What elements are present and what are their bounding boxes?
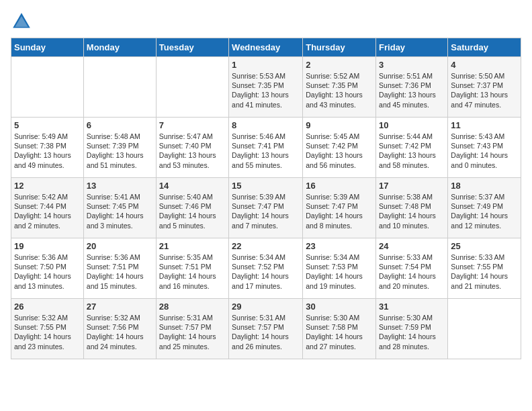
day-info: Sunrise: 5:39 AM Sunset: 7:47 PM Dayligh…: [232, 192, 300, 230]
calendar-cell: 26Sunrise: 5:32 AM Sunset: 7:55 PM Dayli…: [11, 299, 84, 359]
day-number: 20: [87, 241, 153, 251]
day-info: Sunrise: 5:32 AM Sunset: 7:55 PM Dayligh…: [14, 313, 81, 351]
calendar-cell: [83, 57, 156, 118]
day-info: Sunrise: 5:52 AM Sunset: 7:35 PM Dayligh…: [306, 71, 373, 109]
day-info: Sunrise: 5:39 AM Sunset: 7:47 PM Dayligh…: [306, 192, 373, 230]
weekday-header-sunday: Sunday: [11, 38, 84, 57]
day-number: 12: [14, 181, 81, 191]
weekday-header-friday: Friday: [376, 38, 448, 57]
day-info: Sunrise: 5:51 AM Sunset: 7:36 PM Dayligh…: [379, 71, 445, 109]
calendar-cell: 17Sunrise: 5:38 AM Sunset: 7:48 PM Dayli…: [376, 178, 448, 238]
day-info: Sunrise: 5:31 AM Sunset: 7:57 PM Dayligh…: [159, 313, 226, 351]
day-number: 16: [306, 181, 373, 191]
calendar-cell: 13Sunrise: 5:41 AM Sunset: 7:45 PM Dayli…: [83, 178, 156, 238]
calendar-cell: 2Sunrise: 5:52 AM Sunset: 7:35 PM Daylig…: [303, 57, 376, 118]
day-number: 23: [306, 241, 373, 251]
day-number: 7: [159, 120, 226, 130]
day-number: 25: [451, 241, 518, 251]
day-info: Sunrise: 5:32 AM Sunset: 7:56 PM Dayligh…: [87, 313, 153, 351]
calendar-cell: 23Sunrise: 5:34 AM Sunset: 7:53 PM Dayli…: [303, 238, 376, 299]
calendar-week-row: 5Sunrise: 5:49 AM Sunset: 7:38 PM Daylig…: [11, 118, 521, 178]
day-info: Sunrise: 5:40 AM Sunset: 7:46 PM Dayligh…: [159, 192, 226, 230]
calendar-cell: 18Sunrise: 5:37 AM Sunset: 7:49 PM Dayli…: [448, 178, 521, 238]
calendar-cell: 8Sunrise: 5:46 AM Sunset: 7:41 PM Daylig…: [229, 118, 303, 178]
day-number: 29: [232, 302, 300, 312]
day-number: 13: [87, 181, 153, 191]
logo-icon: [11, 11, 32, 32]
day-number: 1: [232, 60, 300, 70]
day-number: 15: [232, 181, 300, 191]
day-info: Sunrise: 5:30 AM Sunset: 7:58 PM Dayligh…: [306, 313, 373, 351]
day-info: Sunrise: 5:46 AM Sunset: 7:41 PM Dayligh…: [232, 132, 300, 170]
day-number: 27: [87, 302, 153, 312]
calendar-cell: 1Sunrise: 5:53 AM Sunset: 7:35 PM Daylig…: [229, 57, 303, 118]
day-info: Sunrise: 5:33 AM Sunset: 7:54 PM Dayligh…: [379, 253, 445, 291]
calendar-cell: 3Sunrise: 5:51 AM Sunset: 7:36 PM Daylig…: [376, 57, 448, 118]
day-info: Sunrise: 5:42 AM Sunset: 7:44 PM Dayligh…: [14, 192, 81, 230]
day-info: Sunrise: 5:44 AM Sunset: 7:42 PM Dayligh…: [379, 132, 445, 170]
calendar-cell: 28Sunrise: 5:31 AM Sunset: 7:57 PM Dayli…: [156, 299, 228, 359]
calendar-cell: [448, 299, 521, 359]
day-info: Sunrise: 5:49 AM Sunset: 7:38 PM Dayligh…: [14, 132, 81, 170]
day-number: 18: [451, 181, 518, 191]
calendar-cell: 27Sunrise: 5:32 AM Sunset: 7:56 PM Dayli…: [83, 299, 156, 359]
calendar-cell: 11Sunrise: 5:43 AM Sunset: 7:43 PM Dayli…: [448, 118, 521, 178]
day-number: 9: [306, 120, 373, 130]
day-number: 26: [14, 302, 81, 312]
calendar-cell: 14Sunrise: 5:40 AM Sunset: 7:46 PM Dayli…: [156, 178, 228, 238]
calendar-cell: 25Sunrise: 5:33 AM Sunset: 7:55 PM Dayli…: [448, 238, 521, 299]
day-info: Sunrise: 5:30 AM Sunset: 7:59 PM Dayligh…: [379, 313, 445, 351]
day-number: 30: [306, 302, 373, 312]
day-info: Sunrise: 5:43 AM Sunset: 7:43 PM Dayligh…: [451, 132, 518, 170]
day-number: 6: [87, 120, 153, 130]
calendar-cell: 19Sunrise: 5:36 AM Sunset: 7:50 PM Dayli…: [11, 238, 84, 299]
calendar-week-row: 1Sunrise: 5:53 AM Sunset: 7:35 PM Daylig…: [11, 57, 521, 118]
calendar-cell: 31Sunrise: 5:30 AM Sunset: 7:59 PM Dayli…: [376, 299, 448, 359]
calendar-cell: 6Sunrise: 5:48 AM Sunset: 7:39 PM Daylig…: [83, 118, 156, 178]
day-info: Sunrise: 5:45 AM Sunset: 7:42 PM Dayligh…: [306, 132, 373, 170]
day-number: 3: [379, 60, 445, 70]
calendar-cell: 20Sunrise: 5:36 AM Sunset: 7:51 PM Dayli…: [83, 238, 156, 299]
weekday-header-tuesday: Tuesday: [156, 38, 228, 57]
day-number: 31: [379, 302, 445, 312]
calendar-cell: 12Sunrise: 5:42 AM Sunset: 7:44 PM Dayli…: [11, 178, 84, 238]
day-info: Sunrise: 5:36 AM Sunset: 7:51 PM Dayligh…: [87, 253, 153, 291]
day-number: 8: [232, 120, 300, 130]
calendar-cell: 24Sunrise: 5:33 AM Sunset: 7:54 PM Dayli…: [376, 238, 448, 299]
calendar-week-row: 12Sunrise: 5:42 AM Sunset: 7:44 PM Dayli…: [11, 178, 521, 238]
day-number: 14: [159, 181, 226, 191]
weekday-header-saturday: Saturday: [448, 38, 521, 57]
day-info: Sunrise: 5:50 AM Sunset: 7:37 PM Dayligh…: [451, 71, 518, 109]
day-info: Sunrise: 5:34 AM Sunset: 7:52 PM Dayligh…: [232, 253, 300, 291]
day-info: Sunrise: 5:38 AM Sunset: 7:48 PM Dayligh…: [379, 192, 445, 230]
calendar-cell: [156, 57, 228, 118]
day-number: 21: [159, 241, 226, 251]
calendar-cell: 29Sunrise: 5:31 AM Sunset: 7:57 PM Dayli…: [229, 299, 303, 359]
day-info: Sunrise: 5:41 AM Sunset: 7:45 PM Dayligh…: [87, 192, 153, 230]
day-info: Sunrise: 5:33 AM Sunset: 7:55 PM Dayligh…: [451, 253, 518, 291]
calendar-cell: 4Sunrise: 5:50 AM Sunset: 7:37 PM Daylig…: [448, 57, 521, 118]
calendar-cell: 10Sunrise: 5:44 AM Sunset: 7:42 PM Dayli…: [376, 118, 448, 178]
weekday-header-thursday: Thursday: [303, 38, 376, 57]
calendar-header-row: SundayMondayTuesdayWednesdayThursdayFrid…: [11, 38, 521, 57]
calendar-cell: 21Sunrise: 5:35 AM Sunset: 7:51 PM Dayli…: [156, 238, 228, 299]
day-number: 17: [379, 181, 445, 191]
calendar-table: SundayMondayTuesdayWednesdayThursdayFrid…: [11, 38, 521, 359]
weekday-header-monday: Monday: [83, 38, 156, 57]
day-info: Sunrise: 5:34 AM Sunset: 7:53 PM Dayligh…: [306, 253, 373, 291]
day-number: 5: [14, 120, 81, 130]
day-info: Sunrise: 5:36 AM Sunset: 7:50 PM Dayligh…: [14, 253, 81, 291]
day-number: 4: [451, 60, 518, 70]
calendar-week-row: 26Sunrise: 5:32 AM Sunset: 7:55 PM Dayli…: [11, 299, 521, 359]
day-number: 28: [159, 302, 226, 312]
day-number: 11: [451, 120, 518, 130]
calendar-week-row: 19Sunrise: 5:36 AM Sunset: 7:50 PM Dayli…: [11, 238, 521, 299]
day-number: 22: [232, 241, 300, 251]
calendar-cell: 7Sunrise: 5:47 AM Sunset: 7:40 PM Daylig…: [156, 118, 228, 178]
day-number: 19: [14, 241, 81, 251]
calendar-cell: 15Sunrise: 5:39 AM Sunset: 7:47 PM Dayli…: [229, 178, 303, 238]
day-info: Sunrise: 5:37 AM Sunset: 7:49 PM Dayligh…: [451, 192, 518, 230]
day-info: Sunrise: 5:47 AM Sunset: 7:40 PM Dayligh…: [159, 132, 226, 170]
calendar-cell: 16Sunrise: 5:39 AM Sunset: 7:47 PM Dayli…: [303, 178, 376, 238]
day-info: Sunrise: 5:31 AM Sunset: 7:57 PM Dayligh…: [232, 313, 300, 351]
